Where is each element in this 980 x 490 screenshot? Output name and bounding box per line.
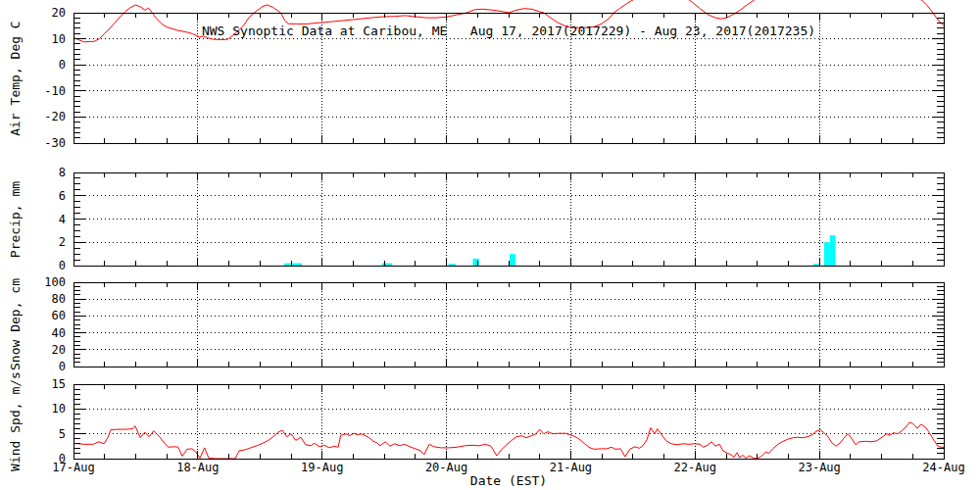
chart-title: NWS Synoptic Data at Caribou, ME Aug 17,… [202,24,815,38]
x-tick-label: 18-Aug [176,461,219,474]
synoptic-chart: 20100-10-20-308642010080604020015105017-… [0,0,980,490]
y-tick-label: 6 [59,189,66,203]
y-tick-label: 60 [52,309,66,322]
y-tick-label: -20 [44,110,66,123]
precip-bar [510,254,515,266]
y-axis-label-air-temp: Air Temp, Deg C [8,21,23,135]
y-tick-label: 0 [59,259,66,272]
y-tick-label: 20 [52,6,66,20]
y-axis-label-wind-speed: Wind Spd, m/s [8,371,23,471]
x-tick-label: 22-Aug [674,461,716,474]
y-tick-label: 10 [52,402,66,416]
y-tick-label: 4 [59,213,66,226]
x-axis-title: Date (EST) [470,473,547,488]
wind-speed-line [74,422,944,459]
y-tick-label: 100 [44,275,66,289]
nws-synoptic-plot: 20100-10-20-308642010080604020015105017-… [0,0,980,490]
y-tick-label: 15 [52,377,66,391]
y-tick-label: 5 [59,427,66,441]
panel-frame [74,282,944,367]
x-tick-label: 20-Aug [425,461,467,474]
x-tick-label: 21-Aug [550,461,592,474]
y-tick-label: 2 [59,235,66,249]
precip-bar [473,259,479,266]
chart-generated-layer: 20100-10-20-308642010080604020015105017-… [44,0,964,474]
x-tick-label: 19-Aug [301,461,343,474]
y-axis-label-precip: Precip, mm [8,181,23,258]
y-tick-label: 0 [59,58,66,72]
x-tick-label: 24-Aug [922,461,964,474]
x-tick-label: 17-Aug [52,461,94,474]
y-axis-label-snow-depth: Snow Dep, cm [8,278,23,370]
y-tick-label: 0 [59,360,66,373]
y-tick-label: -30 [44,136,66,150]
y-tick-label: -10 [44,84,66,98]
y-tick-label: 10 [52,32,66,46]
y-tick-label: 40 [52,326,66,340]
y-tick-label: 20 [52,343,66,357]
y-tick-label: 8 [59,166,66,179]
y-tick-label: 80 [52,292,66,306]
precip-bar [824,242,830,266]
panel-frame [74,384,944,459]
precip-bar [830,235,836,266]
x-tick-label: 23-Aug [798,461,840,474]
